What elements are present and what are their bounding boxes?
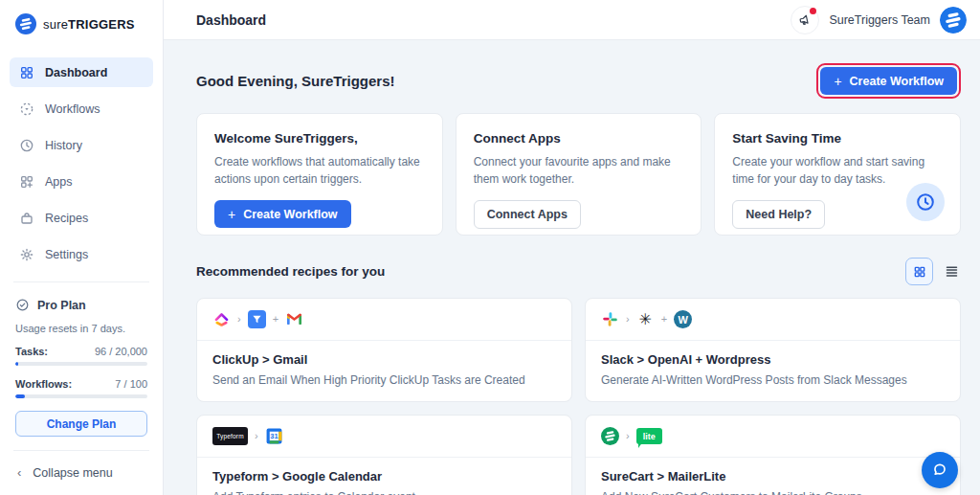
recipe-card-typeform-gcal[interactable]: Typeform › 31 Typeform > Google Calendar… (196, 415, 572, 495)
chat-widget-button[interactable] (922, 452, 958, 488)
sidebar-item-apps[interactable]: Apps (10, 167, 153, 196)
create-workflow-label: Create Workflow (850, 75, 944, 88)
workflows-value: 7 / 100 (115, 378, 147, 390)
sidebar-item-label: Dashboard (45, 66, 107, 79)
list-view-toggle[interactable] (942, 262, 961, 281)
tasks-progress-fill (15, 362, 18, 366)
content-column: Dashboard SureTriggers Team (164, 0, 980, 495)
recipe-title: Typeform > Google Calendar (212, 469, 556, 484)
connect-apps-button[interactable]: Connect Apps (474, 200, 581, 229)
plan-name: Pro Plan (37, 299, 86, 312)
greeting-text: Good Evening, SureTriggers! (196, 73, 395, 89)
recipe-text: ClickUp > Gmail Send an Email When High … (197, 341, 571, 401)
sidebar-item-settings[interactable]: Settings (10, 239, 153, 269)
workflows-progress-bar (15, 394, 147, 398)
arrow-separator: › (237, 314, 241, 325)
recipe-title: Slack > OpenAI + Wordpress (601, 352, 945, 367)
welcome-card-body: Create workflows that automatically take… (214, 153, 420, 188)
workflows-dashed-circle-icon (19, 101, 34, 117)
chat-bubble-icon (929, 460, 950, 481)
plus-separator: + (273, 314, 278, 325)
dashboard-grid-icon (19, 65, 34, 80)
clickup-icon (212, 310, 231, 328)
recipe-card-surecart-mailerlite[interactable]: › lite SureCart > MailerLite Add New Sur… (585, 415, 961, 495)
grid-view-icon (913, 265, 926, 279)
card-create-workflow-label: Create Workflow (243, 208, 337, 221)
workflows-progress-fill (15, 394, 25, 398)
connect-apps-card-body: Connect your favourite apps and make the… (474, 153, 679, 188)
recipe-icon-row: › lite (586, 416, 960, 458)
recipe-subtitle: Generate AI-Written WordPress Posts from… (601, 373, 945, 387)
plus-icon: + (228, 207, 235, 222)
sidebar-item-dashboard[interactable]: Dashboard (10, 57, 153, 87)
recipe-subtitle: Add Typeform entries to Calendar event (212, 490, 556, 495)
recipes-grid: › + ClickUp > Gmail Send an Email When H… (196, 298, 961, 495)
grid-view-toggle[interactable] (905, 258, 933, 285)
recipe-text: SureCart > MailerLite Add New SureCart C… (586, 458, 960, 495)
sidebar-item-workflows[interactable]: Workflows (10, 94, 153, 124)
tasks-value: 96 / 20,000 (95, 346, 147, 357)
recipe-subtitle: Add New SureCart Customers to MailerLite… (601, 490, 945, 495)
arrow-separator: › (626, 314, 630, 325)
recipe-icon-row: › + (197, 299, 571, 341)
notification-dot (810, 8, 816, 14)
recipe-subtitle: Send an Email When High Priority ClickUp… (212, 373, 556, 387)
sidebar-item-label: Settings (45, 248, 88, 261)
view-toggles (905, 258, 961, 285)
promo-cards-row: Welcome SureTriggers, Create workflows t… (196, 113, 961, 236)
sidebar-item-label: Apps (45, 175, 73, 189)
sidebar: sureTRIGGERS Dashboard Workflows History (0, 0, 164, 495)
megaphone-icon (797, 12, 813, 28)
brand-logo: sureTRIGGERS (0, 0, 163, 46)
recipe-text: Typeform > Google Calendar Add Typeform … (197, 458, 571, 495)
account-name: SureTriggers Team (829, 13, 930, 27)
surecart-icon (601, 427, 619, 445)
slack-icon (601, 310, 619, 328)
svg-text:31: 31 (270, 432, 278, 440)
sidebar-item-label: Recipes (45, 212, 88, 225)
saving-time-card-title: Start Saving Time (732, 131, 943, 146)
plan-panel: Pro Plan Usage resets in 7 days. Tasks: … (13, 281, 149, 450)
plan-usage-note: Usage resets in 7 days. (15, 323, 147, 334)
collapse-menu-button[interactable]: ‹ Collapse menu (13, 450, 149, 495)
connect-apps-card: Connect Apps Connect your favourite apps… (456, 113, 702, 236)
account-avatar[interactable] (940, 7, 967, 34)
brand-name-light: sure (43, 17, 68, 32)
recipe-title: SureCart > MailerLite (601, 469, 945, 484)
workflows-label: Workflows: (15, 378, 72, 390)
create-workflow-button[interactable]: + Create Workflow (820, 67, 957, 95)
workflows-meter-row: Workflows: 7 / 100 (15, 378, 147, 390)
saving-time-card: Start Saving Time Create your workflow a… (714, 113, 961, 236)
wordpress-icon: W (674, 310, 692, 328)
tasks-meter-row: Tasks: 96 / 20,000 (15, 346, 147, 357)
recipe-text: Slack > OpenAI + Wordpress Generate AI-W… (586, 341, 960, 401)
plan-name-row: Pro Plan (15, 298, 147, 312)
change-plan-button[interactable]: Change Plan (15, 411, 147, 437)
plus-icon: + (834, 74, 841, 89)
saving-time-card-body: Create your workflow and start saving ti… (732, 153, 938, 188)
google-calendar-icon: 31 (265, 427, 283, 445)
main-content: Good Evening, SureTriggers! + Create Wor… (164, 40, 980, 495)
sidebar-nav: Dashboard Workflows History Apps Re (0, 46, 163, 276)
recipes-section-title: Recommended recipes for you (196, 264, 385, 279)
clock-icon (915, 191, 936, 213)
mailerlite-icon: lite (636, 428, 662, 444)
sidebar-item-label: History (45, 139, 82, 152)
recipe-title: ClickUp > Gmail (212, 352, 556, 367)
page-title: Dashboard (196, 12, 266, 28)
gmail-icon (285, 310, 303, 328)
recipe-card-clickup-gmail[interactable]: › + ClickUp > Gmail Send an Email When H… (196, 298, 572, 402)
sidebar-item-history[interactable]: History (10, 130, 153, 160)
sidebar-item-recipes[interactable]: Recipes (10, 203, 153, 233)
sidebar-item-label: Workflows (45, 102, 100, 116)
notifications-button[interactable] (791, 6, 819, 34)
list-view-icon (945, 264, 959, 279)
connect-apps-card-title: Connect Apps (474, 131, 684, 146)
greeting-row: Good Evening, SureTriggers! + Create Wor… (196, 63, 961, 99)
recipe-card-slack-openai-wordpress[interactable]: › ✳ + W Slack > OpenAI + Wordpress Gener… (585, 298, 961, 402)
need-help-button[interactable]: Need Help? (732, 200, 825, 229)
apps-grid-plus-icon (19, 174, 34, 190)
collapse-menu-label: Collapse menu (33, 466, 112, 480)
chevron-left-icon: ‹ (17, 465, 21, 480)
card-create-workflow-button[interactable]: + Create Workflow (214, 200, 351, 228)
